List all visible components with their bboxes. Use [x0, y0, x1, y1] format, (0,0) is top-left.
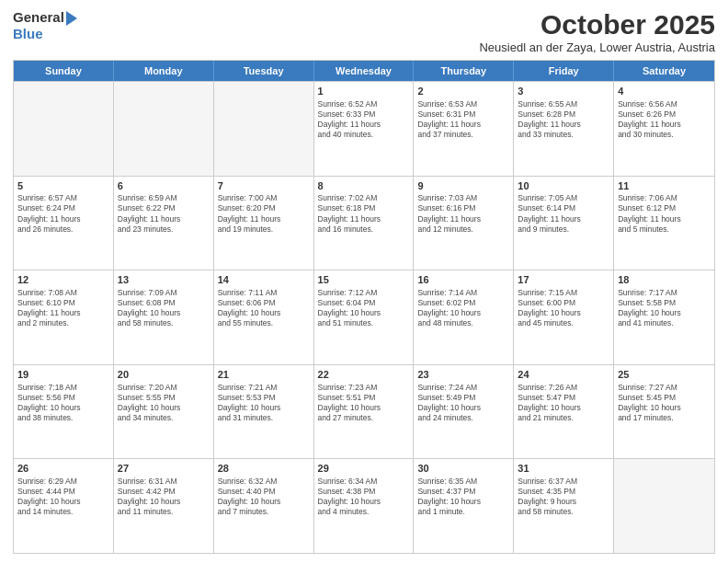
day-number: 28 [218, 462, 310, 476]
cal-cell: 5Sunrise: 6:57 AM Sunset: 6:24 PM Daylig… [14, 177, 114, 270]
cal-cell [114, 82, 214, 176]
cal-cell: 14Sunrise: 7:11 AM Sunset: 6:06 PM Dayli… [214, 270, 314, 364]
day-number: 20 [118, 368, 210, 382]
cal-cell: 28Sunrise: 6:32 AM Sunset: 4:40 PM Dayli… [214, 459, 314, 553]
day-info: Sunrise: 6:29 AM Sunset: 4:44 PM Dayligh… [17, 477, 109, 517]
cal-cell: 7Sunrise: 7:00 AM Sunset: 6:20 PM Daylig… [214, 177, 314, 270]
cal-week-5: 26Sunrise: 6:29 AM Sunset: 4:44 PM Dayli… [14, 458, 714, 553]
day-info: Sunrise: 7:05 AM Sunset: 6:14 PM Dayligh… [518, 193, 609, 234]
day-number: 16 [417, 273, 509, 287]
cal-cell [14, 82, 114, 176]
day-info: Sunrise: 7:23 AM Sunset: 5:51 PM Dayligh… [318, 383, 410, 423]
cal-cell: 16Sunrise: 7:14 AM Sunset: 6:02 PM Dayli… [414, 270, 514, 364]
weekday-header-saturday: Saturday [614, 61, 714, 81]
day-info: Sunrise: 6:53 AM Sunset: 6:31 PM Dayligh… [417, 99, 509, 140]
cal-cell: 31Sunrise: 6:37 AM Sunset: 4:35 PM Dayli… [514, 459, 614, 553]
day-number: 1 [318, 85, 410, 98]
header: General Blue October 2025 Neusiedl an de… [13, 9, 715, 54]
day-number: 8 [318, 179, 410, 193]
day-info: Sunrise: 7:00 AM Sunset: 6:20 PM Dayligh… [218, 193, 310, 234]
day-number: 27 [118, 462, 210, 476]
day-number: 5 [17, 179, 109, 193]
cal-cell: 19Sunrise: 7:18 AM Sunset: 5:56 PM Dayli… [14, 365, 114, 459]
cal-cell [614, 459, 714, 553]
day-number: 23 [417, 368, 509, 382]
logo-blue: Blue [13, 26, 43, 41]
day-number: 12 [17, 273, 109, 287]
day-info: Sunrise: 7:27 AM Sunset: 5:45 PM Dayligh… [618, 383, 711, 423]
day-number: 11 [618, 179, 711, 193]
logo: General Blue [13, 9, 77, 42]
day-info: Sunrise: 6:34 AM Sunset: 4:38 PM Dayligh… [318, 477, 410, 517]
day-number: 19 [17, 368, 109, 382]
day-info: Sunrise: 7:14 AM Sunset: 6:02 PM Dayligh… [417, 288, 509, 328]
day-info: Sunrise: 6:52 AM Sunset: 6:33 PM Dayligh… [318, 99, 410, 140]
page: General Blue October 2025 Neusiedl an de… [0, 0, 728, 563]
day-number: 3 [518, 85, 609, 98]
cal-cell: 1Sunrise: 6:52 AM Sunset: 6:33 PM Daylig… [314, 82, 415, 176]
day-info: Sunrise: 6:31 AM Sunset: 4:42 PM Dayligh… [118, 477, 210, 517]
day-number: 4 [618, 85, 711, 98]
cal-week-4: 19Sunrise: 7:18 AM Sunset: 5:56 PM Dayli… [14, 364, 714, 459]
weekday-header-thursday: Thursday [414, 61, 514, 81]
cal-cell: 23Sunrise: 7:24 AM Sunset: 5:49 PM Dayli… [414, 365, 514, 459]
day-number: 21 [218, 368, 310, 382]
day-info: Sunrise: 7:26 AM Sunset: 5:47 PM Dayligh… [518, 383, 609, 423]
day-number: 24 [518, 368, 609, 382]
day-info: Sunrise: 7:09 AM Sunset: 6:08 PM Dayligh… [118, 288, 210, 328]
day-info: Sunrise: 7:18 AM Sunset: 5:56 PM Dayligh… [17, 383, 109, 423]
day-info: Sunrise: 7:20 AM Sunset: 5:55 PM Dayligh… [118, 383, 210, 423]
cal-cell: 9Sunrise: 7:03 AM Sunset: 6:16 PM Daylig… [414, 177, 514, 270]
day-number: 22 [318, 368, 410, 382]
logo-text: General [13, 9, 77, 26]
cal-cell: 20Sunrise: 7:20 AM Sunset: 5:55 PM Dayli… [114, 365, 214, 459]
calendar-body: 1Sunrise: 6:52 AM Sunset: 6:33 PM Daylig… [14, 81, 714, 553]
day-number: 6 [118, 179, 210, 193]
day-info: Sunrise: 7:15 AM Sunset: 6:00 PM Dayligh… [518, 288, 609, 328]
day-number: 30 [417, 462, 509, 476]
weekday-header-wednesday: Wednesday [314, 61, 415, 81]
cal-cell: 22Sunrise: 7:23 AM Sunset: 5:51 PM Dayli… [314, 365, 415, 459]
cal-cell: 12Sunrise: 7:08 AM Sunset: 6:10 PM Dayli… [14, 270, 114, 364]
cal-cell: 15Sunrise: 7:12 AM Sunset: 6:04 PM Dayli… [314, 270, 415, 364]
cal-cell: 17Sunrise: 7:15 AM Sunset: 6:00 PM Dayli… [514, 270, 614, 364]
subtitle: Neusiedl an der Zaya, Lower Austria, Aus… [479, 40, 715, 54]
weekday-header-monday: Monday [114, 61, 214, 81]
day-info: Sunrise: 6:59 AM Sunset: 6:22 PM Dayligh… [118, 193, 210, 234]
day-info: Sunrise: 7:11 AM Sunset: 6:06 PM Dayligh… [218, 288, 310, 328]
day-info: Sunrise: 7:03 AM Sunset: 6:16 PM Dayligh… [417, 193, 509, 234]
day-number: 29 [318, 462, 410, 476]
calendar-header: SundayMondayTuesdayWednesdayThursdayFrid… [14, 61, 714, 81]
day-number: 9 [417, 179, 509, 193]
day-info: Sunrise: 7:08 AM Sunset: 6:10 PM Dayligh… [17, 288, 109, 328]
cal-cell: 10Sunrise: 7:05 AM Sunset: 6:14 PM Dayli… [514, 177, 614, 270]
day-info: Sunrise: 7:17 AM Sunset: 5:58 PM Dayligh… [618, 288, 711, 328]
day-info: Sunrise: 6:32 AM Sunset: 4:40 PM Dayligh… [218, 477, 310, 517]
cal-cell: 24Sunrise: 7:26 AM Sunset: 5:47 PM Dayli… [514, 365, 614, 459]
day-info: Sunrise: 7:02 AM Sunset: 6:18 PM Dayligh… [318, 193, 410, 234]
cal-cell: 27Sunrise: 6:31 AM Sunset: 4:42 PM Dayli… [114, 459, 214, 553]
day-number: 13 [118, 273, 210, 287]
day-number: 15 [318, 273, 410, 287]
weekday-header-friday: Friday [514, 61, 614, 81]
day-info: Sunrise: 7:21 AM Sunset: 5:53 PM Dayligh… [218, 383, 310, 423]
day-number: 10 [518, 179, 609, 193]
logo-blue-line: Blue [13, 26, 43, 42]
day-number: 17 [518, 273, 609, 287]
day-info: Sunrise: 7:12 AM Sunset: 6:04 PM Dayligh… [318, 288, 410, 328]
title-area: October 2025 Neusiedl an der Zaya, Lower… [479, 9, 715, 54]
cal-cell: 6Sunrise: 6:59 AM Sunset: 6:22 PM Daylig… [114, 177, 214, 270]
cal-cell: 18Sunrise: 7:17 AM Sunset: 5:58 PM Dayli… [614, 270, 714, 364]
calendar: SundayMondayTuesdayWednesdayThursdayFrid… [13, 60, 715, 554]
cal-cell: 21Sunrise: 7:21 AM Sunset: 5:53 PM Dayli… [214, 365, 314, 459]
cal-cell: 4Sunrise: 6:56 AM Sunset: 6:26 PM Daylig… [614, 82, 714, 176]
cal-cell [214, 82, 314, 176]
day-number: 25 [618, 368, 711, 382]
cal-cell: 3Sunrise: 6:55 AM Sunset: 6:28 PM Daylig… [514, 82, 614, 176]
cal-cell: 11Sunrise: 7:06 AM Sunset: 6:12 PM Dayli… [614, 177, 714, 270]
month-title: October 2025 [479, 9, 715, 40]
cal-cell: 26Sunrise: 6:29 AM Sunset: 4:44 PM Dayli… [14, 459, 114, 553]
cal-week-3: 12Sunrise: 7:08 AM Sunset: 6:10 PM Dayli… [14, 270, 714, 364]
weekday-header-sunday: Sunday [14, 61, 114, 81]
day-number: 7 [218, 179, 310, 193]
